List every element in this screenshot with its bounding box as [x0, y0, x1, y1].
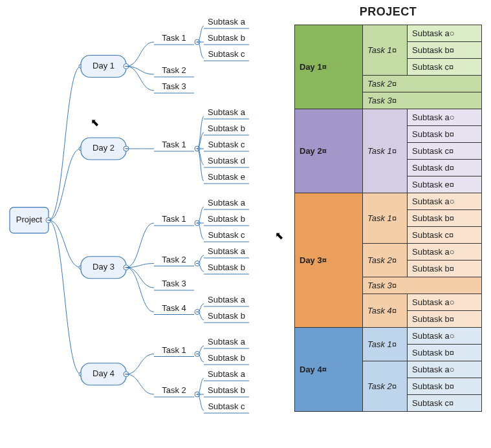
task-label[interactable]: Task 4 — [162, 303, 186, 313]
task-cell: Task 1¤ — [363, 109, 408, 193]
subtask-label[interactable]: Subtask b — [208, 353, 245, 363]
table-row: Day 1¤Task 1¤Subtask a○ — [295, 25, 482, 42]
task-label[interactable]: Task 1 — [162, 140, 186, 149]
day-cell: Day 2¤ — [295, 109, 363, 193]
subtask-label[interactable]: Subtask c — [208, 401, 245, 411]
task-label[interactable]: Task 2 — [162, 65, 186, 75]
task-label[interactable]: Task 1 — [162, 345, 186, 355]
subtask-label[interactable]: Subtask b — [208, 214, 245, 224]
subtask-cell: Subtask b¤ — [408, 261, 482, 277]
subtask-cell: Subtask d¤ — [408, 160, 482, 176]
task-cell: Task 1¤ — [363, 193, 408, 244]
subtask-label[interactable]: Subtask c — [208, 230, 245, 240]
table-title: PROJECT — [294, 5, 482, 19]
subtask-cell: Subtask a○ — [408, 294, 482, 311]
task-cell: Task 2¤ — [363, 361, 408, 412]
table-row: Day 2¤Task 1¤Subtask a○ — [295, 109, 482, 126]
task-cell: Task 2¤ — [363, 76, 482, 92]
task-label[interactable]: Task 3 — [162, 279, 186, 288]
subtask-cell: Subtask c¤ — [408, 227, 482, 244]
subtask-cell: Subtask a○ — [408, 25, 482, 42]
subtask-cell: Subtask b¤ — [408, 345, 482, 361]
subtask-cell: Subtask b¤ — [408, 311, 482, 328]
subtask-cell: Subtask a○ — [408, 109, 482, 126]
subtask-cell: Subtask c¤ — [408, 59, 482, 76]
table-row: Day 3¤Task 1¤Subtask a○ — [295, 193, 482, 210]
task-cell: Task 3¤ — [363, 92, 482, 109]
subtask-cell: Subtask e¤ — [408, 176, 482, 193]
subtask-cell: Subtask a○ — [408, 193, 482, 210]
subtask-label[interactable]: Subtask a — [208, 369, 246, 379]
subtask-label[interactable]: Subtask d — [208, 156, 245, 165]
table-row: Day 4¤Task 1¤Subtask a○ — [295, 328, 482, 345]
task-cell: Task 1¤ — [363, 328, 408, 361]
subtask-label[interactable]: Subtask c — [208, 140, 245, 149]
subtask-cell: Subtask b¤ — [408, 378, 482, 395]
task-cell: Task 3¤ — [363, 277, 482, 294]
task-label[interactable]: Task 3 — [162, 81, 186, 91]
subtask-label[interactable]: Subtask a — [208, 295, 246, 304]
subtask-label[interactable]: Subtask b — [208, 385, 245, 395]
subtask-label[interactable]: Subtask a — [208, 107, 246, 117]
cursor-icon: ⬉ — [275, 230, 283, 241]
subtask-cell: Subtask b¤ — [408, 126, 482, 143]
task-label[interactable]: Task 1 — [162, 33, 186, 43]
subtask-cell: Subtask c¤ — [408, 143, 482, 160]
subtask-cell: Subtask b¤ — [408, 42, 482, 59]
subtask-cell: Subtask a○ — [408, 244, 482, 261]
day-cell: Day 3¤ — [295, 193, 363, 328]
subtask-label[interactable]: Subtask b — [208, 123, 245, 133]
subtask-label[interactable]: Subtask e — [208, 172, 245, 182]
mindmap: ProjectDay 1Task 1Subtask aSubtask bSubt… — [0, 0, 285, 448]
task-label[interactable]: Task 2 — [162, 385, 186, 395]
subtask-label[interactable]: Subtask b — [208, 311, 245, 321]
cursor-icon: ⬉ — [91, 117, 99, 128]
day-label: Day 4 — [93, 368, 115, 378]
subtask-label[interactable]: Subtask a — [208, 337, 246, 347]
day-label: Day 1 — [93, 61, 115, 70]
subtask-label[interactable]: Subtask b — [208, 33, 245, 43]
task-label[interactable]: Task 2 — [162, 255, 186, 264]
task-cell: Task 1¤ — [363, 25, 408, 76]
task-cell: Task 4¤ — [363, 294, 408, 328]
subtask-label[interactable]: Subtask a — [208, 246, 246, 256]
subtask-cell: Subtask b¤ — [408, 210, 482, 227]
subtask-label[interactable]: Subtask c — [208, 49, 245, 59]
subtask-cell: Subtask a○ — [408, 361, 482, 378]
day-label: Day 3 — [93, 262, 115, 272]
subtask-label[interactable]: Subtask b — [208, 262, 245, 272]
subtask-cell: Subtask c¤ — [408, 395, 482, 412]
subtask-cell: Subtask a○ — [408, 328, 482, 345]
root-label: Project — [16, 215, 43, 224]
task-cell: Task 2¤ — [363, 244, 408, 277]
project-table: Day 1¤Task 1¤Subtask a○Subtask b¤Subtask… — [294, 25, 482, 412]
day-cell: Day 1¤ — [295, 25, 363, 109]
day-cell: Day 4¤ — [295, 328, 363, 412]
task-label[interactable]: Task 1 — [162, 214, 186, 224]
subtask-label[interactable]: Subtask a — [208, 17, 246, 27]
day-label: Day 2 — [93, 143, 115, 153]
subtask-label[interactable]: Subtask a — [208, 198, 246, 208]
